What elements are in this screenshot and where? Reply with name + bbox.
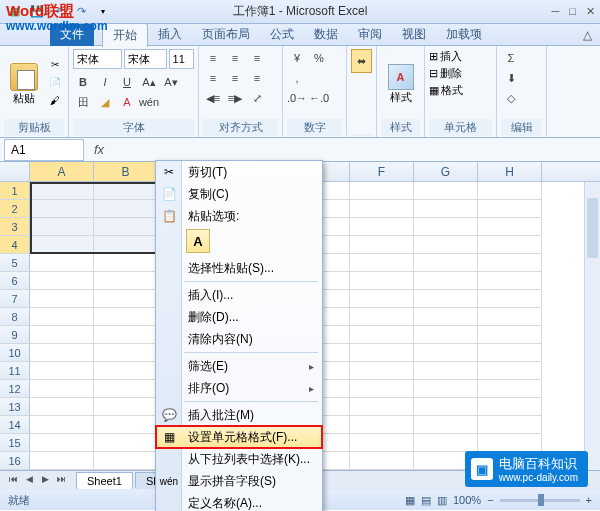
tab-formulas[interactable]: 公式	[260, 23, 304, 46]
row-header[interactable]: 4	[0, 236, 30, 254]
row-header[interactable]: 5	[0, 254, 30, 272]
menu-show-phonetic[interactable]: wén显示拼音字段(S)	[156, 470, 322, 492]
paste-button[interactable]: 粘贴	[4, 49, 44, 119]
tab-insert[interactable]: 插入	[148, 23, 192, 46]
fx-button[interactable]: fx	[88, 142, 110, 157]
comma-button[interactable]: ,	[287, 69, 307, 87]
merge-cells-icon[interactable]: ⬌	[351, 49, 372, 73]
menu-paste-special[interactable]: 选择性粘贴(S)...	[156, 257, 322, 279]
row-header[interactable]: 15	[0, 434, 30, 452]
italic-button[interactable]: I	[95, 73, 115, 91]
name-box[interactable]: A1	[4, 139, 84, 161]
font-size-combo[interactable]: 11	[169, 49, 194, 69]
row-header[interactable]: 14	[0, 416, 30, 434]
dec-decimal-icon[interactable]: ←.0	[309, 89, 329, 107]
font-color-icon[interactable]: A	[117, 93, 137, 111]
menu-clear[interactable]: 清除内容(N)	[156, 328, 322, 350]
styles-button[interactable]: A 样式	[381, 49, 420, 119]
align-top-icon[interactable]: ≡	[203, 49, 223, 67]
tab-data[interactable]: 数据	[304, 23, 348, 46]
tab-addins[interactable]: 加载项	[436, 23, 492, 46]
col-header[interactable]: G	[414, 162, 478, 181]
menu-insert[interactable]: 插入(I)...	[156, 284, 322, 306]
zoom-thumb[interactable]	[538, 494, 544, 506]
nav-prev-icon[interactable]: ◀	[22, 474, 36, 488]
percent-button[interactable]: %	[309, 49, 329, 67]
bold-button[interactable]: B	[73, 73, 93, 91]
cells-format[interactable]: 格式	[441, 83, 463, 98]
row-header[interactable]: 10	[0, 344, 30, 362]
view-pagebreak-icon[interactable]: ▥	[437, 494, 447, 507]
row-header[interactable]: 2	[0, 200, 30, 218]
align-left-icon[interactable]: ≡	[203, 69, 223, 87]
col-header[interactable]: F	[350, 162, 414, 181]
nav-first-icon[interactable]: ⏮	[6, 474, 20, 488]
font-name2-combo[interactable]: 宋体	[124, 49, 167, 69]
fill-icon[interactable]: ⬇	[501, 69, 521, 87]
menu-sort[interactable]: 排序(O)	[156, 377, 322, 399]
indent-inc-icon[interactable]: ≡▶	[225, 89, 245, 107]
align-mid-icon[interactable]: ≡	[225, 49, 245, 67]
menu-cut[interactable]: ✂剪切(T)	[156, 161, 322, 183]
font-name-combo[interactable]: 宋体	[73, 49, 122, 69]
align-center-icon[interactable]: ≡	[225, 69, 245, 87]
inc-decimal-icon[interactable]: .0→	[287, 89, 307, 107]
view-normal-icon[interactable]: ▦	[405, 494, 415, 507]
zoom-in-icon[interactable]: +	[586, 494, 592, 506]
align-bot-icon[interactable]: ≡	[247, 49, 267, 67]
menu-delete[interactable]: 删除(D)...	[156, 306, 322, 328]
underline-button[interactable]: U	[117, 73, 137, 91]
menu-filter[interactable]: 筛选(E)	[156, 355, 322, 377]
paste-option-values[interactable]: A	[186, 229, 210, 253]
row-header[interactable]: 8	[0, 308, 30, 326]
shrink-font-icon[interactable]: A▾	[161, 73, 181, 91]
row-header[interactable]: 3	[0, 218, 30, 236]
format-painter-icon[interactable]: 🖌	[46, 94, 64, 110]
nav-next-icon[interactable]: ▶	[38, 474, 52, 488]
phonetic-icon[interactable]: wén	[139, 93, 159, 111]
fill-color-icon[interactable]: ◢	[95, 93, 115, 111]
col-header[interactable]: A	[30, 162, 94, 181]
row-header[interactable]: 9	[0, 326, 30, 344]
currency-icon[interactable]: ¥	[287, 49, 307, 67]
grow-font-icon[interactable]: A▴	[139, 73, 159, 91]
sheet-tab-1[interactable]: Sheet1	[76, 472, 133, 489]
delete-icon[interactable]: ⊟	[429, 67, 438, 80]
row-header[interactable]: 6	[0, 272, 30, 290]
close-button[interactable]: ✕	[586, 5, 595, 18]
insert-icon[interactable]: ⊞	[429, 50, 438, 63]
row-header[interactable]: 1	[0, 182, 30, 200]
menu-define-name[interactable]: 定义名称(A)...	[156, 492, 322, 511]
row-header[interactable]: 16	[0, 452, 30, 470]
menu-pick-from-list[interactable]: 从下拉列表中选择(K)...	[156, 448, 322, 470]
col-header[interactable]: H	[478, 162, 542, 181]
row-header[interactable]: 13	[0, 398, 30, 416]
row-header[interactable]: 11	[0, 362, 30, 380]
maximize-button[interactable]: □	[569, 5, 576, 18]
cells-insert[interactable]: 插入	[440, 49, 462, 64]
zoom-out-icon[interactable]: −	[487, 494, 493, 506]
select-all-corner[interactable]	[0, 162, 30, 181]
orientation-icon[interactable]: ⤢	[247, 89, 267, 107]
indent-dec-icon[interactable]: ◀≡	[203, 89, 223, 107]
vertical-scrollbar[interactable]	[584, 182, 600, 470]
autosum-icon[interactable]: Σ	[501, 49, 521, 67]
menu-insert-comment[interactable]: 💬插入批注(M)	[156, 404, 322, 426]
nav-last-icon[interactable]: ⏭	[54, 474, 68, 488]
align-right-icon[interactable]: ≡	[247, 69, 267, 87]
col-header[interactable]: B	[94, 162, 158, 181]
view-layout-icon[interactable]: ▤	[421, 494, 431, 507]
menu-format-cells[interactable]: ▦设置单元格格式(F)...	[156, 426, 322, 448]
row-header[interactable]: 12	[0, 380, 30, 398]
copy-icon[interactable]: 📄	[46, 76, 64, 92]
border-icon[interactable]: 田	[73, 93, 93, 111]
cells-delete[interactable]: 删除	[440, 66, 462, 81]
zoom-level[interactable]: 100%	[453, 494, 481, 506]
cut-icon[interactable]: ✂	[46, 58, 64, 74]
tab-page-layout[interactable]: 页面布局	[192, 23, 260, 46]
format-icon[interactable]: ▦	[429, 84, 439, 97]
zoom-slider[interactable]	[500, 499, 580, 502]
tab-review[interactable]: 审阅	[348, 23, 392, 46]
menu-copy[interactable]: 📄复制(C)	[156, 183, 322, 205]
clear-icon[interactable]: ◇	[501, 89, 521, 107]
